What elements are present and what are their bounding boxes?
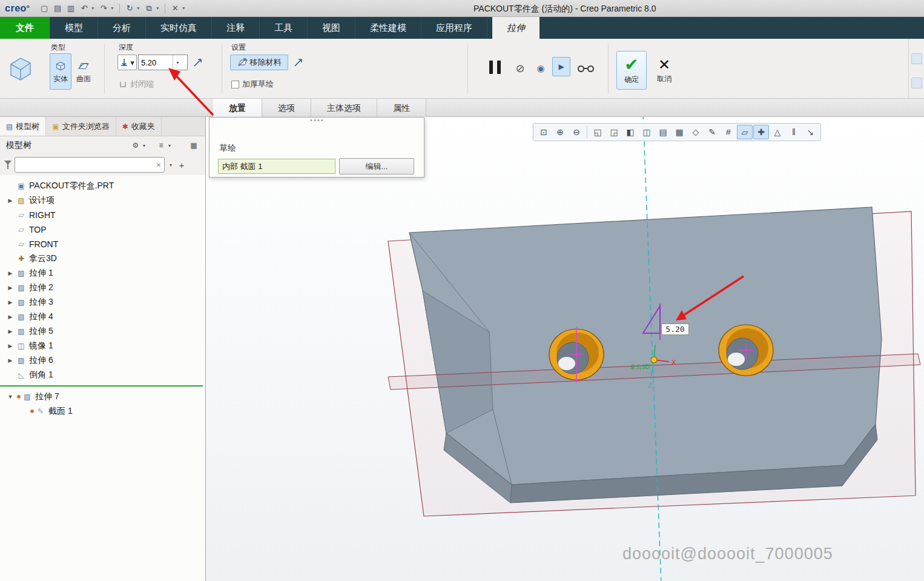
tab-live-simulation[interactable]: 实时仿真 [146,17,212,39]
tab-favorites[interactable]: ✱ 收藏夹 [116,117,162,136]
customize-caret-icon[interactable]: ▾ [182,5,187,11]
panel-tab-properties[interactable]: 属性 [377,99,426,117]
expand-tree-icon[interactable]: + [177,160,186,170]
flip-depth-direction-button[interactable] [190,55,206,70]
tree-item-chamfer-1[interactable]: ◺ 倒角 1 [0,368,205,382]
repaint-icon[interactable]: ◲ [606,125,622,139]
tree-item-right-plane[interactable]: ▱ RIGHT [0,208,205,222]
display-style-icon[interactable]: ◧ [622,125,638,139]
search-caret-icon[interactable]: ▾ [167,162,174,168]
expand-icon[interactable]: ▶ [5,198,16,204]
tab-folder-browser[interactable]: ▣ 文件夹浏览器 [46,117,116,136]
verify-button[interactable] [575,61,596,76]
tree-item-top-plane[interactable]: ▱ TOP [0,222,205,237]
tree-item-mirror-1[interactable]: ▶ ◫ 镜像 1 [0,339,205,353]
tree-item-extrude-5[interactable]: ▶ ▧ 拉伸 5 [0,324,205,339]
tree-columns-icon[interactable]: ▦ [188,139,199,151]
refit-icon[interactable]: ◱ [590,125,606,139]
new-file-icon[interactable]: ▢ [38,2,50,15]
depth-option-button[interactable]: ▾ [117,55,137,70]
expand-icon[interactable]: ▶ [5,285,16,291]
attached-preview-button[interactable]: ◉ [533,61,549,76]
remove-material-button[interactable]: 移除材料 [230,55,288,70]
undo-caret-icon[interactable]: ▾ [91,5,96,11]
saved-orientations-icon[interactable]: ▤ [655,125,671,139]
tab-model-tree[interactable]: ▤ 模型树 [0,117,46,136]
redo-caret-icon[interactable]: ▾ [111,5,116,11]
tree-item-extrude-2[interactable]: ▶ ▧ 拉伸 2 [0,281,205,295]
tree-item-extrude-4[interactable]: ▶ ▧ 拉伸 4 [0,310,205,324]
tree-settings-icon[interactable]: ⚙ [130,139,141,151]
edit-sketch-button[interactable]: 编辑... [339,158,414,174]
csys-origin-point[interactable] [651,357,657,363]
tab-file[interactable]: 文件 [0,17,50,39]
redo-icon[interactable]: ↷ [97,2,110,15]
view-manager-icon[interactable]: ▦ [672,125,687,139]
expand-icon[interactable]: ▶ [5,357,16,364]
tab-model[interactable]: 模型 [50,17,98,39]
regenerate-caret-icon[interactable]: ▾ [137,5,142,11]
depth-dimension-label[interactable]: 5.20 [661,324,689,335]
tree-settings-caret-icon[interactable]: ▾ [141,139,147,151]
datum-display-filters-icon[interactable]: # [721,125,736,139]
section-icon[interactable]: ◫ [639,125,655,139]
tab-applications[interactable]: 应用程序 [421,17,487,39]
tab-flexible-modeling[interactable]: 柔性建模 [355,17,421,39]
perspective-icon[interactable]: ◇ [688,125,704,139]
tree-item-extrude-6[interactable]: ▶ ▧ 拉伸 6 [0,353,205,368]
model-display-caret-icon[interactable]: ▾ [156,5,161,11]
open-file-icon[interactable]: ▤ [51,2,64,15]
depth-value-input[interactable] [139,58,173,67]
closed-end-option[interactable]: 封闭端 [119,79,154,90]
tree-item-extrude-7[interactable]: ▼ ✱ ▧ 拉伸 7 [0,390,205,404]
zoom-out-icon[interactable]: ⊖ [569,125,584,139]
tree-item-extrude-3[interactable]: ▶ ▧ 拉伸 3 [0,295,205,310]
clipped-icon[interactable] [911,53,922,64]
collapse-icon[interactable]: ▼ [5,394,16,400]
expand-icon[interactable]: ▶ [5,328,16,334]
tree-item-csys[interactable]: ✚ 拿云3D [0,251,205,266]
regenerate-icon[interactable]: ↻ [124,2,136,15]
standard-orientation-icon[interactable]: ↘ [802,125,818,139]
tree-item-section-1[interactable]: ✱ ✎ 截面 1 [0,404,205,419]
thicken-sketch-checkbox[interactable] [231,81,239,88]
tab-extrude-active[interactable]: 拉伸 [492,17,540,39]
flip-material-side-button[interactable] [291,55,306,70]
zoom-in-icon[interactable]: ⊕ [552,125,568,139]
thicken-sketch-option[interactable]: 加厚草绘 [231,79,274,90]
expand-icon[interactable]: ▶ [5,314,16,320]
expand-icon[interactable]: ▶ [5,270,16,276]
panel-tab-options[interactable]: 选项 [262,99,311,117]
tree-item-extrude-1[interactable]: ▶ ▧ 拉伸 1 [0,266,205,281]
graphics-area[interactable]: X Z 拿云3D ⊡ ⊕ ⊖ ◱ ◲ ◧ ◫ ▤ ▦ ◇ ✎ # ▱ ✚ △ ‖… [206,117,924,581]
panel-drag-handle[interactable] [311,119,323,121]
filter-funnel-icon[interactable] [4,160,12,170]
ok-button[interactable]: ✔ 确定 [616,51,647,90]
clear-search-icon[interactable]: ✕ [153,162,164,168]
panel-tab-body-options[interactable]: 主体选项 [311,99,377,117]
model-canvas[interactable]: X Z 拿云3D [206,117,924,581]
expand-icon[interactable]: ▶ [5,299,16,305]
sketch-collector-field[interactable]: 内部 截面 1 [218,159,335,174]
clipped-icon[interactable] [911,78,922,88]
zoom-window-icon[interactable]: ⊡ [536,125,552,139]
feature-preview-button[interactable]: ▶ [552,57,570,76]
expand-icon[interactable]: ▶ [5,343,16,349]
show-list-icon[interactable]: ≡ [156,139,167,151]
panel-tab-placement[interactable]: 放置 [213,99,262,117]
datum-planes-toggle-icon[interactable]: ▱ [737,125,753,139]
tab-tools[interactable]: 工具 [260,17,308,39]
no-preview-button[interactable]: ⊘ [512,61,528,76]
tree-item-design-items[interactable]: ▶ ▨ 设计项 [0,193,205,208]
model-display-icon[interactable]: ⧉ [143,2,155,15]
undo-icon[interactable]: ↶ [78,2,90,15]
datum-axes-toggle-icon[interactable]: ✚ [753,125,769,139]
save-icon[interactable]: ▥ [65,2,77,15]
spin-center-icon[interactable]: △ [770,125,785,139]
tab-analysis[interactable]: 分析 [98,17,146,39]
pause-display-icon[interactable]: ‖ [786,125,802,139]
part-geometry[interactable] [409,207,882,503]
depth-combo-caret-icon[interactable]: ▾ [173,55,182,70]
solid-type-button[interactable]: 实体 [50,53,71,90]
tree-item-front-plane[interactable]: ▱ FRONT [0,237,205,251]
